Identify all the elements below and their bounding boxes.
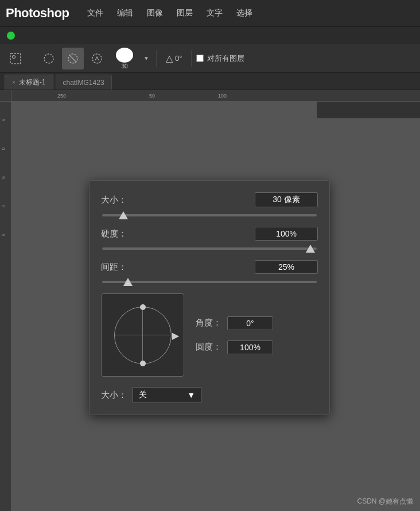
ruler-top: 250 50 100: [11, 90, 420, 102]
tab-chatimg-label: chatIMG1423: [63, 79, 104, 87]
spacing-slider-thumb[interactable]: [123, 278, 133, 286]
app-title: Photoshop: [6, 6, 69, 21]
ruler-mark-100: 100: [218, 93, 227, 99]
hardness-row: 硬度： 100%: [101, 227, 318, 241]
hardness-value[interactable]: 100%: [255, 227, 318, 241]
right-panel-tabs: [317, 102, 420, 119]
svg-point-2: [44, 54, 53, 63]
size-control-arrow: ▼: [187, 390, 195, 400]
brush-tool-4[interactable]: [86, 48, 108, 69]
menu-file[interactable]: 文件: [80, 6, 110, 21]
toolbar: 30 ▼ △ 0° 对所有图层: [0, 44, 420, 73]
menu-select[interactable]: 选择: [230, 6, 259, 21]
brush-size-label: 30: [121, 63, 127, 69]
spacing-value[interactable]: 25%: [255, 260, 318, 274]
ruler-left: 5 0 5 0 5: [0, 102, 11, 511]
ruler-mark-50: 50: [149, 93, 155, 99]
circle-indicator[interactable]: ▶: [101, 293, 184, 377]
angle-input-row: 角度： 0°: [196, 316, 273, 330]
menu-text[interactable]: 文字: [200, 6, 230, 21]
roundness-input-row: 圆度： 100%: [196, 340, 273, 354]
tab-untitled-label: 未标题-1: [19, 78, 46, 87]
menu-layer[interactable]: 图层: [170, 6, 200, 21]
angle-popup-label: 角度：: [196, 318, 221, 328]
spacing-slider-track[interactable]: [102, 281, 317, 283]
all-layers-checkbox[interactable]: [196, 55, 204, 62]
all-layers-control: 对所有图层: [196, 53, 244, 64]
ruler-mark-250: 250: [57, 93, 66, 99]
svg-rect-0: [10, 53, 21, 64]
hardness-label: 硬度：: [101, 229, 135, 239]
size-value[interactable]: 30 像素: [255, 192, 318, 207]
circle-ring: ▶: [114, 307, 172, 364]
angle-popup-value[interactable]: 0°: [227, 316, 273, 330]
hardness-slider-track[interactable]: [102, 247, 317, 250]
ruler-left-5c: 5: [1, 234, 6, 236]
brush-size-btn[interactable]: 30: [110, 48, 139, 69]
angle-display: △ 0°: [161, 51, 186, 66]
size-slider-track[interactable]: [102, 214, 317, 216]
angle-roundness-row: ▶ 角度： 0° 圆度： 100%: [101, 293, 318, 377]
spacing-slider-container: [101, 281, 318, 283]
size-control-label: 大小：: [101, 390, 127, 401]
all-layers-label: 对所有图层: [207, 53, 244, 64]
ruler-left-5: 5: [1, 119, 6, 121]
watermark: CSDN @她有点懒: [357, 497, 413, 506]
angle-icon: △: [166, 53, 173, 64]
svg-point-5: [92, 54, 102, 63]
size-control-dropdown[interactable]: 关 ▼: [133, 387, 201, 403]
svg-point-1: [13, 55, 15, 58]
brush-tool-3[interactable]: [62, 48, 84, 69]
circle-handle-bottom[interactable]: [140, 361, 146, 366]
size-label: 大小：: [101, 195, 135, 206]
traffic-light-bar: [0, 27, 420, 44]
circle-handle-top[interactable]: [140, 304, 146, 310]
brush-size-dropdown-btn[interactable]: ▼: [141, 48, 151, 69]
tab-close-btn[interactable]: ×: [12, 79, 15, 86]
brush-tool-1[interactable]: [5, 48, 26, 69]
size-row: 大小： 30 像素: [101, 192, 318, 207]
tab-chatimg[interactable]: chatIMG1423: [56, 75, 112, 90]
brush-popup: 大小： 30 像素 硬度： 100% 间距： 25%: [89, 180, 330, 415]
ruler-corner: [0, 90, 11, 102]
tab-untitled[interactable]: × 未标题-1: [5, 75, 53, 90]
roundness-value[interactable]: 100%: [227, 340, 273, 354]
menu-image[interactable]: 图像: [140, 6, 170, 21]
angle-roundness-col: 角度： 0° 圆度： 100%: [196, 316, 273, 354]
brush-tool-2[interactable]: [38, 48, 60, 69]
tab-bar: × 未标题-1 chatIMG1423: [0, 73, 420, 90]
crosshair-v: [142, 307, 143, 363]
angle-value: 0°: [175, 54, 182, 63]
ruler-left-5b: 5: [1, 176, 6, 179]
ruler-left-0: 0: [1, 148, 6, 150]
ruler-left-0b: 0: [1, 205, 6, 207]
separator-1: [156, 50, 157, 67]
size-control-value: 关: [139, 390, 147, 400]
menu-bar: Photoshop 文件 编辑 图像 图层 文字 选择: [0, 0, 420, 27]
brush-preview: [116, 48, 133, 63]
spacing-label: 间距：: [101, 262, 135, 273]
hardness-slider-container: [101, 247, 318, 250]
size-control-row: 大小： 关 ▼: [101, 387, 318, 403]
svg-line-4: [69, 55, 76, 62]
spacing-row: 间距： 25%: [101, 260, 318, 274]
size-slider-container: [101, 214, 318, 216]
roundness-label: 圆度：: [196, 342, 221, 353]
canvas-area: 250 50 100 5 0 5 0 5 大小： 30 像素 硬度： 100%: [0, 90, 420, 511]
traffic-light-green[interactable]: [7, 32, 15, 40]
menu-edit[interactable]: 编辑: [110, 6, 140, 21]
circle-arrow-right: ▶: [172, 330, 179, 340]
hardness-slider-thumb[interactable]: [306, 245, 315, 253]
separator-2: [191, 50, 192, 67]
size-slider-thumb[interactable]: [119, 211, 128, 219]
